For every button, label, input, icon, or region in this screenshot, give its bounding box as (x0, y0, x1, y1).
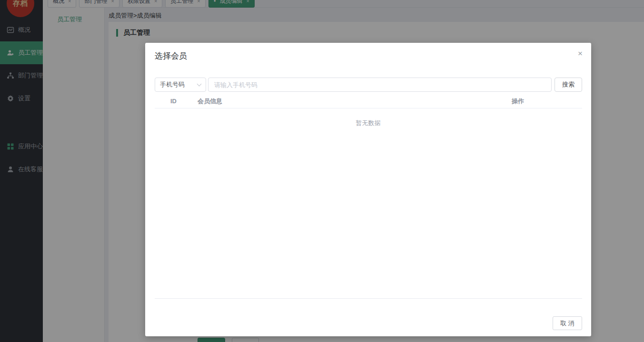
select-member-dialog: 选择会员 × 手机号码 搜索 ID 会员信息 操作 暂无数据 取 消 (145, 43, 591, 336)
close-icon[interactable]: × (578, 49, 583, 58)
member-table-header: ID 会员信息 操作 (155, 94, 582, 108)
member-search-row: 手机号码 搜索 (155, 78, 582, 92)
column-header-member-info: 会员信息 (198, 97, 512, 106)
chevron-down-icon (197, 81, 202, 86)
search-type-value: 手机号码 (160, 80, 185, 89)
footer-divider (155, 298, 582, 299)
column-header-actions: 操作 (512, 97, 582, 106)
empty-state-text: 暂无数据 (145, 119, 591, 127)
phone-search-input[interactable] (208, 78, 552, 92)
cancel-button[interactable]: 取 消 (553, 316, 582, 330)
column-header-id: ID (155, 98, 198, 105)
search-button[interactable]: 搜索 (555, 78, 582, 92)
dialog-title: 选择会员 (155, 50, 187, 61)
search-type-select[interactable]: 手机号码 (155, 78, 206, 92)
